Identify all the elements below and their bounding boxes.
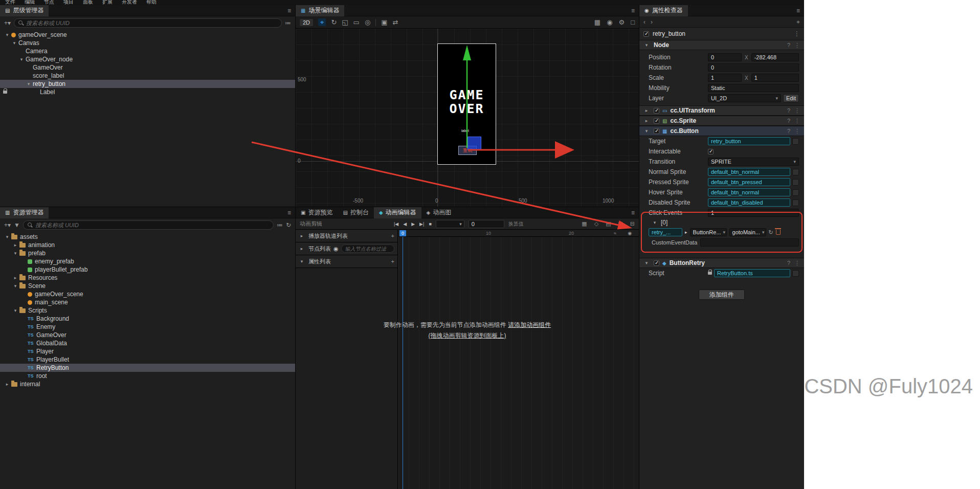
bottom-menu-icon[interactable]: ≡ <box>631 209 635 216</box>
sprite-picker-icon[interactable] <box>792 169 799 175</box>
delete-event-icon[interactable] <box>776 230 781 235</box>
layer-edit-button[interactable]: Edit <box>783 94 799 102</box>
script-asset-field[interactable]: RetryButton.ts <box>714 269 790 277</box>
panel-options-icon[interactable]: ⊞ <box>618 220 623 227</box>
asset-row-background[interactable]: TS Background <box>0 315 295 323</box>
chevron-right-icon[interactable]: ▸ <box>299 233 305 238</box>
record-icon[interactable]: ◉ <box>628 231 632 236</box>
section-buttonretry[interactable]: ▾ ◆ ButtonRetry ?⋮ <box>639 258 804 268</box>
asset-row-retrybutton[interactable]: TS RetryButton <box>0 364 295 372</box>
hierarchy-tab[interactable]: ▤ 层级管理器 <box>0 5 49 16</box>
menu-node[interactable]: 节点 <box>44 0 54 5</box>
section-node[interactable]: ▾ Node ?⋮ <box>639 40 804 50</box>
filter-icon[interactable]: ▼ <box>14 221 20 229</box>
scale-tool-icon[interactable]: ◱ <box>342 19 348 26</box>
menu-panel[interactable]: 面板 <box>83 0 93 5</box>
add-property-button[interactable]: + <box>391 258 394 264</box>
assets-sort-icon[interactable]: ≔ <box>277 221 283 229</box>
gizmo-settings-icon[interactable]: ⚙ <box>618 19 625 26</box>
mobility-dropdown[interactable]: Static <box>708 84 799 92</box>
pivot-tool-icon[interactable]: ◎ <box>365 19 370 26</box>
add-track-button[interactable]: + <box>391 233 394 239</box>
asset-row-playerbullet[interactable]: TS PlayerBullet <box>0 355 295 364</box>
node-active-checkbox[interactable] <box>643 31 649 37</box>
tab-animation-editor[interactable]: ◆ 动画编辑器 <box>374 207 421 218</box>
more-icon[interactable]: ⋮ <box>794 42 800 49</box>
chevron-right-icon[interactable]: ▸ <box>12 242 18 248</box>
node-filter-input[interactable]: 输入节点名称过滤 <box>341 244 394 253</box>
chevron-down-icon[interactable]: ▾ <box>11 40 17 46</box>
more-icon[interactable]: ⋮ <box>794 30 800 37</box>
chevron-right-icon[interactable]: ▸ <box>12 275 18 280</box>
section-button[interactable]: ▾ ▦ cc.Button ?⋮ <box>639 126 804 136</box>
asset-row-scripts[interactable]: ▾ Scripts <box>0 306 295 315</box>
chevron-right-icon[interactable]: ▸ <box>643 118 650 123</box>
chevron-down-icon[interactable]: ▾ <box>4 234 10 239</box>
player-track-list-row[interactable]: ▸ 播放器轨道列表 + <box>296 230 397 242</box>
sprite-picker-icon[interactable] <box>792 199 799 206</box>
help-icon[interactable]: ? <box>787 42 790 49</box>
asset-row-internal[interactable]: ▸ internal <box>0 380 295 388</box>
scale-y-input[interactable]: 1 <box>751 74 799 82</box>
curve-view-icon[interactable]: ≈ <box>614 231 616 236</box>
chevron-down-icon[interactable]: ▾ <box>12 308 18 313</box>
time-cursor-flag[interactable]: 0 <box>399 230 406 236</box>
menu-file[interactable]: 文件 <box>5 0 15 5</box>
grid-snap-icon[interactable]: ▦ <box>582 220 587 227</box>
tree-row-canvas[interactable]: ▾ Canvas <box>0 39 295 47</box>
history-forward-icon[interactable]: › <box>651 18 653 26</box>
position-x-input[interactable]: 0 <box>708 53 742 61</box>
section-sprite[interactable]: ▸ ▧ cc.Sprite ?⋮ <box>639 116 804 126</box>
create-asset-button[interactable]: +▾ <box>4 221 11 229</box>
snap-tool-icon[interactable]: ▣ <box>381 19 387 26</box>
prev-frame-icon[interactable]: ◀ <box>403 221 407 227</box>
more-icon[interactable]: ⋮ <box>794 118 800 124</box>
help-icon[interactable]: ? <box>787 107 790 114</box>
tree-row-label[interactable]: Label <box>0 88 295 96</box>
help-icon[interactable]: ? <box>787 260 790 266</box>
tree-row-gameover-scene[interactable]: ▾ gameOver_scene <box>0 31 295 39</box>
asset-row-scene-folder[interactable]: ▾ Scene <box>0 282 295 290</box>
chevron-down-icon[interactable]: ▾ <box>299 259 305 264</box>
tab-console[interactable]: ▤ 控制台 <box>338 207 373 218</box>
tree-row-retry-button[interactable]: ▾ retry_button <box>0 80 295 88</box>
add-animation-component-link[interactable]: 请添加动画组件 <box>508 321 551 328</box>
pressed-sprite-field[interactable]: default_btn_pressed <box>708 178 790 186</box>
chevron-right-icon[interactable]: ▸ <box>4 382 10 387</box>
assets-search-input[interactable]: 搜索名称或 UUID <box>23 220 274 230</box>
fullscreen-icon[interactable]: □ <box>631 19 635 26</box>
help-icon[interactable]: ? <box>787 118 790 124</box>
current-frame-input[interactable]: 0 <box>469 220 504 228</box>
create-node-button[interactable]: +▾ <box>4 19 11 27</box>
event-target-field[interactable]: retry_... <box>649 228 682 236</box>
scene-menu-icon[interactable]: ≡ <box>631 7 635 14</box>
component-enabled-checkbox[interactable] <box>654 128 659 134</box>
chevron-down-icon[interactable]: ▾ <box>4 32 10 37</box>
visibility-icon[interactable]: ◉ <box>333 246 339 252</box>
unit-dropdown[interactable]: ▾ <box>436 220 464 228</box>
assets-menu-icon[interactable]: ≡ <box>287 209 291 216</box>
asset-row-player[interactable]: TS Player <box>0 347 295 355</box>
target-node-field[interactable]: retry_button <box>708 137 790 145</box>
more-icon[interactable]: ⋮ <box>794 128 800 135</box>
stop-icon[interactable]: ■ <box>429 221 431 227</box>
menu-edit[interactable]: 编辑 <box>25 0 35 5</box>
asset-row-gameover-scene[interactable]: gameOver_scene <box>0 290 295 298</box>
tree-row-score-label[interactable]: score_label <box>0 72 295 80</box>
normal-sprite-field[interactable]: default_btn_normal <box>708 168 790 176</box>
chevron-down-icon[interactable]: ▾ <box>26 81 32 86</box>
scene-tab[interactable]: ▦ 场景编辑器 <box>296 5 344 16</box>
help-icon[interactable]: ? <box>787 128 790 135</box>
refresh-icon[interactable]: ↻ <box>769 229 773 236</box>
assets-tab[interactable]: ▥ 资源管理器 <box>0 207 49 218</box>
asset-row-enemy[interactable]: TS Enemy <box>0 323 295 331</box>
refresh-icon[interactable]: ↻ <box>286 221 291 229</box>
grid-toggle-icon[interactable]: ▦ <box>594 19 600 26</box>
asset-row-animation[interactable]: ▸ animation <box>0 241 295 249</box>
event-0-header[interactable]: ▾ [0] <box>639 218 804 227</box>
event-component-dropdown[interactable]: ButtonRe...▾ <box>690 228 727 236</box>
disabled-sprite-field[interactable]: default_btn_disabled <box>708 198 790 207</box>
chevron-down-icon[interactable]: ▾ <box>643 128 650 134</box>
tree-row-gameover-node[interactable]: ▾ GameOver_node <box>0 55 295 63</box>
asset-picker-icon[interactable] <box>792 270 799 277</box>
